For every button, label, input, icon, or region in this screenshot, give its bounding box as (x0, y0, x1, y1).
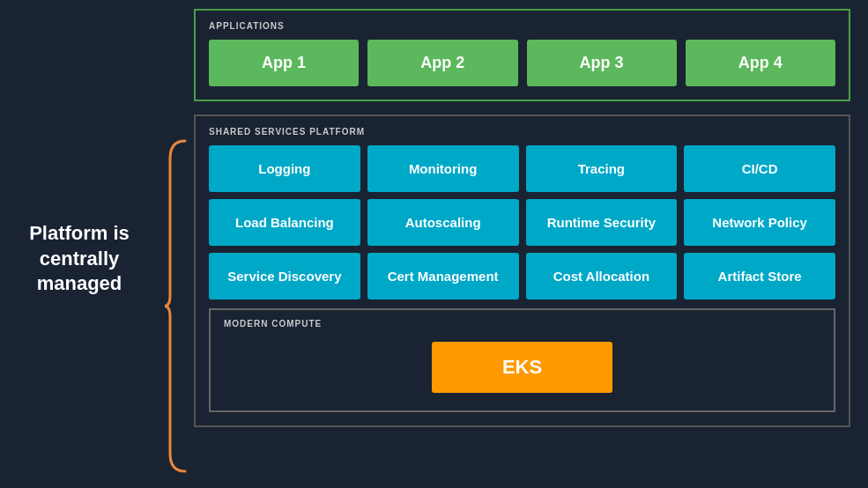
apps-row: App 1 App 2 App 3 App 4 (209, 40, 835, 86)
monitoring-button[interactable]: Monitoring (367, 145, 519, 192)
brace-container (163, 137, 189, 476)
cicd-button[interactable]: CI/CD (684, 145, 835, 192)
main-container: Platform iscentrallymanaged APPLICATIONS… (0, 0, 868, 488)
eks-container: EKS (224, 337, 820, 397)
app-3-button[interactable]: App 3 (527, 40, 677, 86)
tracing-button[interactable]: Tracing (526, 145, 678, 192)
shared-services-label: SHARED SERVICES PLATFORM (209, 127, 835, 137)
load-balancing-button[interactable]: Load Balancing (209, 199, 360, 246)
platform-label: Platform iscentrallymanaged (9, 221, 150, 297)
service-discovery-button[interactable]: Service Discovery (209, 253, 360, 299)
modern-compute-box: MODERN COMPUTE EKS (209, 308, 835, 412)
cost-allocation-button[interactable]: Cost Allocation (526, 253, 678, 299)
app-1-button[interactable]: App 1 (209, 40, 359, 86)
autoscaling-button[interactable]: Autoscaling (367, 199, 519, 246)
right-content: APPLICATIONS App 1 App 2 App 3 App 4 SHA… (194, 9, 850, 427)
artifact-store-button[interactable]: Artifact Store (684, 253, 835, 299)
modern-compute-label: MODERN COMPUTE (224, 319, 820, 329)
shared-services-box: SHARED SERVICES PLATFORM Logging Monitor… (194, 115, 850, 427)
services-grid: Logging Monitoring Tracing CI/CD Load Ba… (209, 145, 835, 299)
brace-icon (163, 137, 189, 476)
applications-box: APPLICATIONS App 1 App 2 App 3 App 4 (194, 9, 850, 101)
eks-button[interactable]: EKS (432, 342, 612, 393)
cert-management-button[interactable]: Cert Management (367, 253, 519, 299)
network-policy-button[interactable]: Network Policy (684, 199, 835, 246)
applications-label: APPLICATIONS (209, 21, 835, 31)
app-4-button[interactable]: App 4 (686, 40, 835, 86)
app-2-button[interactable]: App 2 (367, 40, 517, 86)
logging-button[interactable]: Logging (209, 145, 360, 192)
platform-label-text: Platform iscentrallymanaged (29, 222, 130, 294)
runtime-security-button[interactable]: Runtime Security (526, 199, 678, 246)
